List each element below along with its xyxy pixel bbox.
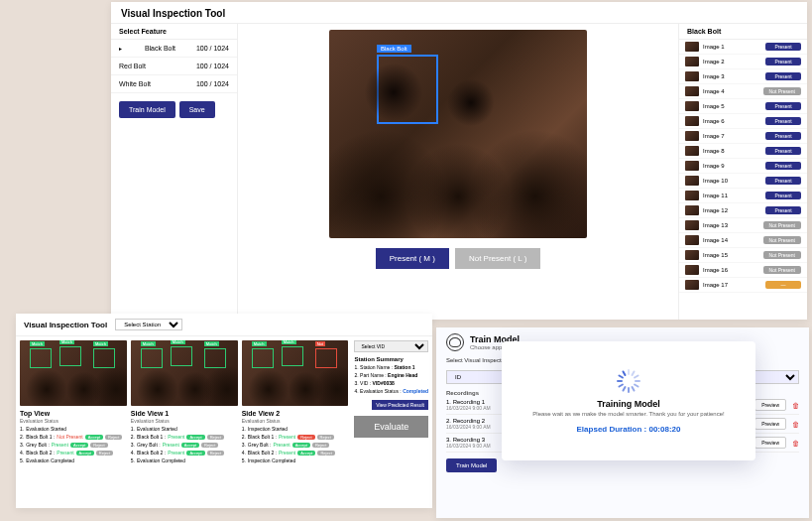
image-row[interactable]: Image 13Not Present xyxy=(679,218,807,233)
detection-box: Match xyxy=(252,348,274,368)
train-model-button[interactable]: Train Model xyxy=(119,101,175,118)
image-label: Image 15 xyxy=(703,252,759,258)
image-thumb xyxy=(685,71,699,81)
recording-date: 16/03/2024 9:00 AM xyxy=(446,424,491,430)
eval-line: 3. Grey Bolt : Present AcceptReject xyxy=(242,442,349,448)
status-pill: Reject xyxy=(317,435,334,440)
detection-box: Match xyxy=(282,346,303,366)
box-label: Match xyxy=(59,340,74,344)
view-card: MatchMatchMatchTop ViewEvaluation Status… xyxy=(20,340,127,463)
image-row[interactable]: Image 14Not Present xyxy=(679,233,807,248)
feature-name: White Bolt xyxy=(119,80,151,87)
image-label: Image 9 xyxy=(703,163,761,169)
image-label: Image 12 xyxy=(703,207,761,213)
modal-elapsed: Elapsed Duration : 00:08:20 xyxy=(577,425,681,434)
image-label: Image 7 xyxy=(703,133,761,139)
image-row[interactable]: Image 6Present xyxy=(679,114,807,129)
image-row[interactable]: Image 9Present xyxy=(679,159,807,174)
not-present-button[interactable]: Not Present ( L ) xyxy=(455,248,540,269)
image-row[interactable]: Image 8Present xyxy=(679,144,807,159)
status-badge: Present xyxy=(765,162,801,170)
delete-icon[interactable]: 🗑 xyxy=(792,440,799,447)
train-model-button-2[interactable]: Train Model xyxy=(446,458,497,472)
image-row[interactable]: Image 11Present xyxy=(679,189,807,203)
eval-line: 5. Evaluation Completed xyxy=(20,457,127,463)
preview-button[interactable]: Preview xyxy=(754,418,786,430)
status-pill: Accept xyxy=(181,443,199,448)
status-badge: Not Present xyxy=(763,87,801,95)
image-row[interactable]: Image 2Present xyxy=(679,55,807,69)
image-thumb xyxy=(685,220,699,230)
recording-date: 16/03/2024 9:00 AM xyxy=(446,405,491,411)
inspection-panel: Visual Inspection Tool Select Feature Bl… xyxy=(111,2,807,320)
present-button[interactable]: Present ( M ) xyxy=(376,248,449,269)
save-button[interactable]: Save xyxy=(179,101,215,118)
image-thumb xyxy=(685,131,699,141)
image-row[interactable]: Image 4Not Present xyxy=(679,84,807,99)
view-image[interactable]: MatchMatchMatch xyxy=(131,340,238,406)
eval-line: 4. Black Bolt 2 : Present AcceptReject xyxy=(131,450,238,456)
detection-box: Match xyxy=(171,346,192,366)
eval-line: 3. Grey Bolt : Present AcceptReject xyxy=(20,442,127,448)
image-list[interactable]: Black Bolt Image 1PresentImage 2PresentI… xyxy=(678,24,807,320)
image-thumb xyxy=(685,205,699,215)
feature-row[interactable]: Red Bolt100 / 1024 xyxy=(111,58,237,75)
summary-header: Station Summary xyxy=(354,356,428,362)
status-badge: Not Present xyxy=(763,236,801,244)
image-label: Image 13 xyxy=(703,222,759,228)
status-badge: Present xyxy=(765,102,801,110)
view-predicted-button[interactable]: View Predicted Result xyxy=(372,400,428,410)
recording-date: 16/03/2024 9:00 AM xyxy=(446,443,491,449)
eval-line: 2. Black Bolt 1 : Not Present AcceptReje… xyxy=(20,434,127,440)
summary-line: 4. Evaluation Status : Completed xyxy=(354,388,428,394)
image-thumb xyxy=(685,161,699,171)
image-row[interactable]: Image 10Present xyxy=(679,174,807,189)
status-badge: Present xyxy=(765,72,801,80)
summary-line: 2. Part Name : Engine Head xyxy=(354,372,428,378)
vid-select-eval[interactable]: Select VID xyxy=(354,340,428,352)
feature-count: 100 / 1024 xyxy=(196,63,229,69)
view-sub: Evaluation Status xyxy=(242,418,349,424)
status-pill: Reject xyxy=(312,443,329,448)
feature-row[interactable]: White Bolt100 / 1024 xyxy=(111,75,237,93)
station-select[interactable]: Select Station xyxy=(115,319,182,330)
bounding-box[interactable]: Black Bolt xyxy=(377,55,438,124)
status-pill: Accept xyxy=(70,443,88,448)
feature-sidebar: Select Feature Black Bolt100 / 1024Red B… xyxy=(111,24,238,320)
image-row[interactable]: Image 16Not Present xyxy=(679,263,807,278)
detection-box: Match xyxy=(204,348,226,368)
feature-row[interactable]: Black Bolt100 / 1024 xyxy=(111,40,237,58)
main-image[interactable]: Black Bolt xyxy=(329,30,587,238)
image-row[interactable]: Image 5Present xyxy=(679,99,807,114)
image-thumb xyxy=(685,57,699,66)
eval-title: Visual Inspection Tool xyxy=(24,321,107,329)
status-pill: Reject xyxy=(201,443,218,448)
feature-count: 100 / 1024 xyxy=(196,45,229,52)
evaluate-button[interactable]: Evaluate xyxy=(354,416,428,438)
preview-button[interactable]: Preview xyxy=(754,437,786,449)
bbox-label: Black Bolt xyxy=(377,45,411,53)
status-badge: Not Present xyxy=(763,266,801,274)
image-row[interactable]: Image 1Present xyxy=(679,40,807,55)
delete-icon[interactable]: 🗑 xyxy=(792,402,799,409)
image-thumb xyxy=(685,42,699,52)
image-row[interactable]: Image 15Not Present xyxy=(679,248,807,263)
summary-line: 3. VID : VID#0038 xyxy=(354,380,428,386)
image-row[interactable]: Image 7Present xyxy=(679,129,807,144)
feature-name: Red Bolt xyxy=(119,63,146,69)
image-row[interactable]: Image 17— xyxy=(679,278,807,293)
status-pill: Accept xyxy=(186,435,204,440)
view-card: MatchMatchMatchSide View 1Evaluation Sta… xyxy=(131,340,238,463)
box-label: Match xyxy=(252,341,267,346)
image-row[interactable]: Image 3Present xyxy=(679,69,807,84)
image-thumb xyxy=(685,191,699,200)
view-title: Top View xyxy=(20,410,127,417)
modal-title: Training Model xyxy=(597,399,660,409)
view-image[interactable]: MatchMatchMatch xyxy=(20,340,127,406)
image-label: Image 2 xyxy=(703,59,761,65)
delete-icon[interactable]: 🗑 xyxy=(792,421,799,428)
image-row[interactable]: Image 12Present xyxy=(679,203,807,218)
preview-button[interactable]: Preview xyxy=(754,399,786,411)
view-title: Side View 1 xyxy=(131,410,238,417)
view-image[interactable]: MatchMatchNot xyxy=(242,340,349,406)
